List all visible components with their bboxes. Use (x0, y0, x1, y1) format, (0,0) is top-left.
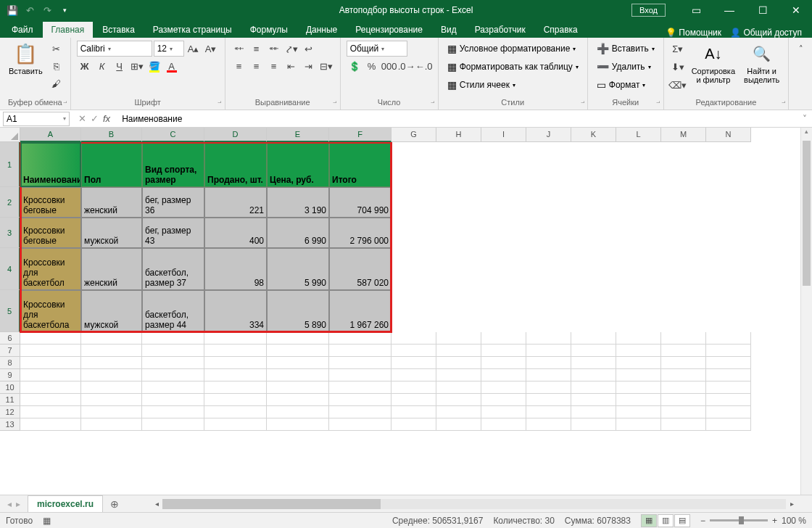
fx-icon[interactable]: fx (103, 113, 110, 124)
col-header-A[interactable]: A (20, 128, 81, 142)
data-cell[interactable]: 1 967 260 (329, 290, 392, 332)
cut-icon[interactable]: ✂ (49, 41, 65, 57)
col-header-B[interactable]: B (81, 128, 142, 142)
cell-area[interactable]: НаименованиеПолВид спорта, размерПродано… (20, 142, 800, 495)
macro-record-icon[interactable]: ▦ (43, 516, 51, 526)
empty-cell[interactable] (436, 345, 481, 357)
data-cell[interactable]: 400 (204, 218, 267, 248)
tab-formulas[interactable]: Формулы (241, 22, 297, 38)
empty-cell[interactable] (436, 394, 481, 406)
zoom-control[interactable]: − + 100 % (700, 516, 806, 526)
empty-cell[interactable] (481, 332, 526, 345)
header-cell[interactable]: Цена, руб. (267, 142, 329, 187)
row-headers[interactable]: 12345678910111213 (0, 142, 20, 495)
row-header-2[interactable]: 2 (0, 187, 20, 218)
empty-cell[interactable] (706, 394, 751, 406)
empty-cell[interactable] (616, 381, 661, 394)
empty-cell[interactable] (661, 406, 706, 418)
tab-file[interactable]: Файл (3, 22, 42, 38)
decrease-decimal-icon[interactable]: ←.0 (416, 58, 432, 74)
empty-cell[interactable] (661, 332, 706, 345)
empty-cell[interactable] (20, 357, 81, 369)
empty-cell[interactable] (392, 369, 436, 381)
empty-cell[interactable] (436, 418, 481, 431)
tab-data[interactable]: Данные (297, 22, 346, 38)
tab-insert[interactable]: Вставка (94, 22, 144, 38)
formula-bar[interactable]: Наименование (116, 114, 798, 124)
empty-cell[interactable] (526, 357, 571, 369)
empty-cell[interactable] (20, 332, 81, 345)
empty-cell[interactable] (81, 369, 142, 381)
view-page-layout-icon[interactable]: ▥ (658, 514, 674, 527)
wrap-text-icon[interactable]: ↩ (301, 41, 317, 57)
sheet-nav-prev-icon[interactable]: ◂ (7, 499, 12, 509)
data-cell[interactable]: 5 890 (267, 290, 329, 332)
login-button[interactable]: Вход (631, 4, 666, 17)
sheet-tab[interactable]: microexcel.ru (28, 495, 103, 512)
row-header-11[interactable]: 11 (0, 394, 20, 406)
empty-cell[interactable] (436, 357, 481, 369)
empty-cell[interactable] (706, 406, 751, 418)
row-header-8[interactable]: 8 (0, 357, 20, 369)
collapse-ribbon-icon[interactable]: ˄ (793, 41, 809, 57)
empty-cell[interactable] (481, 357, 526, 369)
col-header-H[interactable]: H (436, 128, 481, 142)
zoom-in-icon[interactable]: + (772, 516, 777, 526)
empty-cell[interactable] (392, 406, 436, 418)
empty-cell[interactable] (706, 345, 751, 357)
data-cell[interactable]: 334 (204, 290, 267, 332)
header-cell[interactable]: Наименование (20, 142, 81, 187)
save-icon[interactable]: 💾 (4, 2, 20, 18)
empty-cell[interactable] (204, 394, 267, 406)
empty-cell[interactable] (526, 381, 571, 394)
empty-cell[interactable] (706, 418, 751, 431)
data-cell[interactable]: 221 (204, 187, 267, 218)
col-header-J[interactable]: J (526, 128, 571, 142)
empty-cell[interactable] (436, 406, 481, 418)
col-header-G[interactable]: G (392, 128, 436, 142)
align-middle-icon[interactable]: ≡ (249, 41, 265, 57)
align-bottom-icon[interactable]: ⬵ (266, 41, 282, 57)
data-cell[interactable]: мужской (81, 290, 142, 332)
empty-cell[interactable] (142, 406, 204, 418)
enter-formula-icon[interactable]: ✓ (91, 113, 99, 124)
empty-cell[interactable] (142, 369, 204, 381)
empty-cell[interactable] (526, 345, 571, 357)
empty-cell[interactable] (81, 418, 142, 431)
empty-cell[interactable] (571, 418, 616, 431)
header-cell[interactable]: Пол (81, 142, 142, 187)
data-cell[interactable]: мужской (81, 218, 142, 248)
empty-cell[interactable] (142, 332, 204, 345)
clear-icon[interactable]: ⌫▾ (670, 77, 686, 93)
row-header-12[interactable]: 12 (0, 406, 20, 418)
sheet-nav-next-icon[interactable]: ▸ (16, 499, 20, 509)
currency-icon[interactable]: 💲 (347, 58, 362, 74)
column-headers[interactable]: ABCDEFGHIJKLMN (20, 128, 751, 142)
empty-cell[interactable] (329, 381, 392, 394)
comma-icon[interactable]: 000 (381, 58, 397, 74)
increase-decimal-icon[interactable]: .0→ (399, 58, 415, 74)
data-cell[interactable]: Кроссовки для баскетбол (20, 248, 81, 290)
zoom-slider[interactable] (710, 519, 768, 521)
empty-cell[interactable] (706, 357, 751, 369)
align-top-icon[interactable]: ⬴ (231, 41, 247, 57)
italic-button[interactable]: К (94, 58, 110, 74)
empty-cell[interactable] (20, 394, 81, 406)
empty-cell[interactable] (481, 381, 526, 394)
sort-filter-button[interactable]: A↓ Сортировка и фильтр (689, 41, 738, 86)
empty-cell[interactable] (204, 332, 267, 345)
empty-cell[interactable] (706, 332, 751, 345)
empty-cell[interactable] (706, 381, 751, 394)
format-cells-button[interactable]: ▭Формат▾ (594, 77, 649, 93)
empty-cell[interactable] (526, 418, 571, 431)
empty-cell[interactable] (392, 381, 436, 394)
worksheet-grid[interactable]: ABCDEFGHIJKLMN 12345678910111213 Наимено… (0, 128, 812, 495)
insert-cells-button[interactable]: ➕Вставить▾ (594, 41, 658, 57)
align-right-icon[interactable]: ≡ (266, 58, 282, 74)
col-header-E[interactable]: E (267, 128, 329, 142)
new-sheet-icon[interactable]: ⊕ (107, 498, 122, 510)
undo-icon[interactable]: ↶ (22, 2, 38, 18)
orientation-icon[interactable]: ⤤▾ (283, 41, 299, 57)
empty-cell[interactable] (20, 345, 81, 357)
tab-home[interactable]: Главная (43, 22, 94, 38)
